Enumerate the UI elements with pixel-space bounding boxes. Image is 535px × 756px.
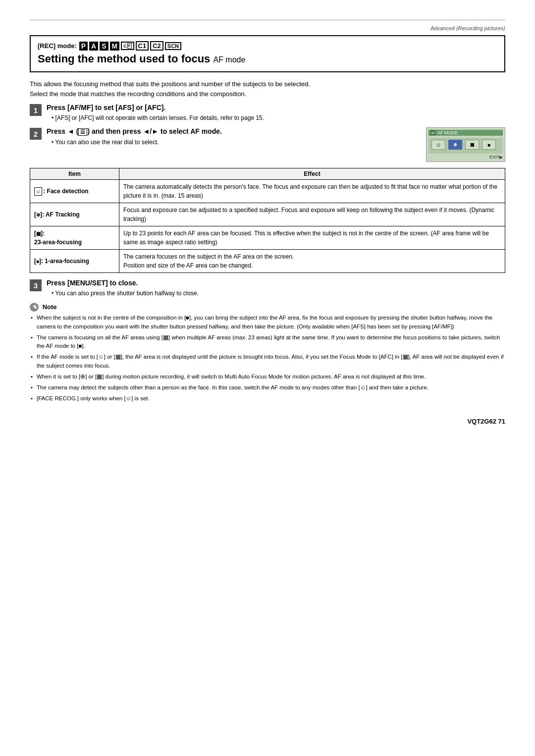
- note-item: When it is set to [⊕] or [▦] during moti…: [30, 373, 505, 381]
- face-icon: ☺: [34, 187, 42, 196]
- step-1-title: Press [AF/MF] to set [AFS] or [AFC].: [47, 104, 505, 111]
- table-header-item: Item: [30, 168, 119, 180]
- note-items-list: When the subject is not in the centre of…: [30, 314, 505, 403]
- camera-af-icon: AF: [430, 130, 435, 135]
- note-label: Note: [43, 303, 57, 311]
- note-section: ✎ Note When the subject is not in the ce…: [30, 303, 505, 403]
- mode-badges: P A S M CF C1 C2 SCN: [79, 41, 182, 51]
- note-item: The camera is focusing on all the AF are…: [30, 333, 505, 351]
- note-icon: ✎: [30, 303, 39, 312]
- section-title-text: Setting the method used to focus: [38, 53, 210, 65]
- cam-icon-face: ☺: [431, 140, 445, 150]
- table-effect-face: The camera automatically detects the per…: [119, 180, 505, 203]
- badge-c2: C2: [150, 41, 163, 51]
- badge-cf: CF: [121, 42, 134, 50]
- intro-line-1: This allows the focusing method that sui…: [30, 79, 505, 89]
- step-2-text: Press ◄ (☰) and then press ◄/► to select…: [47, 127, 419, 147]
- camera-screen: AF AF MODE ☺ ⊕ ▦ ■ EXIT▶: [426, 127, 505, 162]
- table-row: ☺: Face detection The camera automatical…: [30, 180, 505, 203]
- top-divider: [30, 20, 505, 20]
- rec-mode-line: [REC] mode: P A S M CF C1 C2 SCN: [38, 41, 497, 51]
- step-3-note: You can also press the shutter button ha…: [52, 289, 505, 298]
- page-header: Advanced (Recording pictures): [30, 25, 505, 31]
- step-2-content: Press ◄ (☰) and then press ◄/► to select…: [47, 127, 505, 162]
- note-header: ✎ Note: [30, 303, 505, 312]
- af-mode-label: AF MODE: [437, 130, 458, 135]
- section-subtitle-text: AF mode: [213, 55, 245, 64]
- effect-table: Item Effect ☺: Face detection The camera…: [30, 168, 505, 273]
- camera-screen-title: AF AF MODE: [428, 130, 503, 136]
- table-row: [▦]:23-area-focusing Up to 23 points for…: [30, 226, 505, 250]
- camera-screen-icons: ☺ ⊕ ▦ ■: [428, 138, 503, 154]
- section-title: Setting the method used to focus AF mode: [38, 53, 497, 65]
- cam-icon-tracking: ⊕: [448, 140, 462, 150]
- badge-scn: SCN: [165, 42, 181, 50]
- rec-mode-label: [REC] mode:: [38, 42, 77, 50]
- page-footer: VQT2G62 71: [30, 418, 505, 425]
- step-2-note: You can also use the rear dial to select…: [52, 138, 419, 147]
- main-section-box: [REC] mode: P A S M CF C1 C2 SCN Setting…: [30, 35, 505, 72]
- step-3-title: Press [MENU/SET] to close.: [47, 279, 505, 287]
- step-3-number: 3: [30, 279, 42, 291]
- note-item: If the AF mode is set to [☺] or [▦], the…: [30, 353, 505, 371]
- step-1-content: Press [AF/MF] to set [AFS] or [AFC]. [AF…: [47, 104, 505, 122]
- badge-c1: C1: [136, 41, 149, 51]
- badge-p: P: [79, 42, 88, 51]
- table-item-tracking: [⊕]: AF Tracking: [30, 203, 119, 226]
- note-item: [FACE RECOG.] only works when [☺] is set…: [30, 394, 505, 403]
- step-3-content: Press [MENU/SET] to close. You can also …: [47, 279, 505, 298]
- note-item: The camera may detect the subjects other…: [30, 383, 505, 392]
- step-1-note: [AFS] or [AFC] will not operate with cer…: [52, 113, 505, 122]
- step-1-number: 1: [30, 104, 42, 116]
- badge-s: S: [100, 42, 108, 51]
- cam-icon-single: ■: [482, 140, 496, 150]
- intro-text: This allows the focusing method that sui…: [30, 79, 505, 99]
- table-effect-single: The camera focuses on the subject in the…: [119, 250, 505, 273]
- table-row: [■]: 1-area-focusing The camera focuses …: [30, 250, 505, 273]
- table-item-single: [■]: 1-area-focusing: [30, 250, 119, 273]
- table-effect-tracking: Focus and exposure can be adjusted to a …: [119, 203, 505, 226]
- camera-screen-exit: EXIT▶: [428, 154, 503, 160]
- table-item-multi: [▦]:23-area-focusing: [30, 226, 119, 250]
- table-item-face: ☺: Face detection: [30, 180, 119, 203]
- note-item: When the subject is not in the centre of…: [30, 314, 505, 331]
- badge-a: A: [89, 42, 98, 51]
- step-1-container: 1 Press [AF/MF] to set [AFS] or [AFC]. […: [30, 104, 505, 122]
- intro-line-2: Select the mode that matches the recordi…: [30, 89, 505, 99]
- step-3-container: 3 Press [MENU/SET] to close. You can als…: [30, 279, 505, 298]
- badge-m: M: [110, 42, 120, 51]
- step-2-title: Press ◄ (☰) and then press ◄/► to select…: [47, 127, 419, 136]
- step-2-container: 2 Press ◄ (☰) and then press ◄/► to sele…: [30, 127, 505, 162]
- cam-icon-multi: ▦: [465, 140, 479, 150]
- table-effect-multi: Up to 23 points for each AF area can be …: [119, 226, 505, 250]
- exit-label: EXIT: [489, 155, 499, 160]
- table-row: [⊕]: AF Tracking Focus and exposure can …: [30, 203, 505, 226]
- step-2-number: 2: [30, 128, 42, 140]
- table-header-effect: Effect: [119, 168, 505, 180]
